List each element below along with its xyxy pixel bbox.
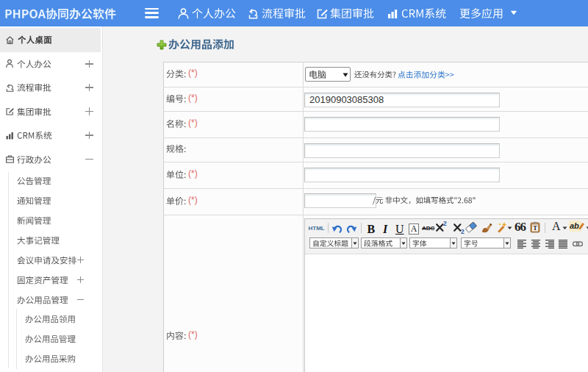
svg-text:T: T: [533, 224, 537, 232]
